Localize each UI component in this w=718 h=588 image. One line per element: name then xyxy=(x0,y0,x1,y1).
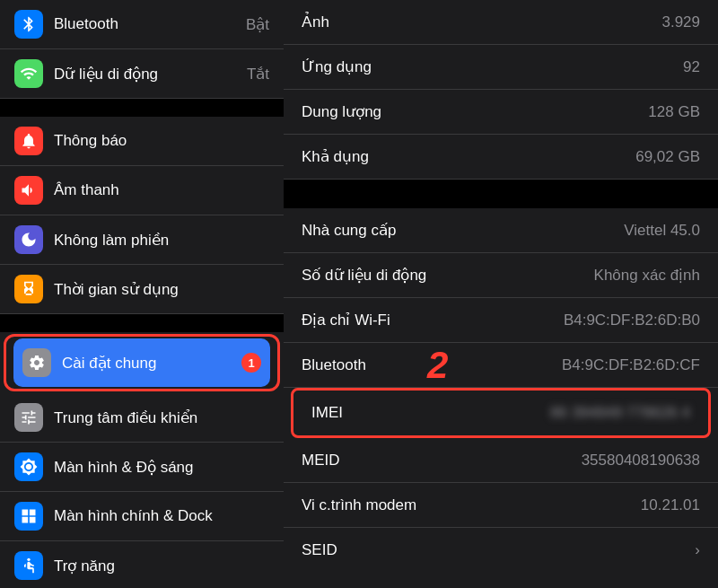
general-settings-outline: 1 Cài đặt chung 1 xyxy=(4,334,280,391)
sidebar-item-home-screen[interactable]: Màn hình chính & Dock xyxy=(0,492,284,541)
sidebar-item-sounds[interactable]: Âm thanh xyxy=(0,166,284,215)
modem-value: 10.21.01 xyxy=(641,496,700,514)
left-panel: Bluetooth Bật Dữ liệu di động Tắt Thông … xyxy=(0,0,284,588)
info-item-modem: Vi c.trình modem 10.21.01 xyxy=(284,483,718,528)
seid-chevron: › xyxy=(695,541,700,559)
sidebar-item-notifications[interactable]: Thông báo xyxy=(0,117,284,166)
sidebar-item-dnd[interactable]: Không làm phiền xyxy=(0,215,284,265)
svg-point-0 xyxy=(27,558,30,561)
info-item-apps: Ứng dụng 92 xyxy=(284,45,718,90)
mobile-data-value: Tắt xyxy=(247,65,269,83)
hourglass-icon xyxy=(14,275,43,303)
info-list: Ảnh 3.929 Ứng dụng 92 Dung lượng 128 GB … xyxy=(284,0,718,573)
photos-value: 3.929 xyxy=(661,13,700,31)
accessibility-icon xyxy=(14,551,43,580)
bluetooth-right-value: B4:9C:DF:B2:6D:CF xyxy=(562,356,700,374)
info-item-photos: Ảnh 3.929 xyxy=(284,0,718,45)
sidebar-item-screen-time[interactable]: Thời gian sử dụng xyxy=(0,265,284,314)
sliders-icon xyxy=(14,403,43,432)
carrier-label: Nhà cung cấp xyxy=(302,221,396,240)
imei-value: 86 394849 778626 4 xyxy=(550,404,690,422)
sound-icon xyxy=(14,176,43,205)
sidebar-item-accessibility[interactable]: Trợ năng xyxy=(0,541,284,588)
info-item-carrier: Nhà cung cấp Viettel 45.0 xyxy=(284,208,718,253)
bluetooth-value: Bật xyxy=(246,15,269,34)
general-badge: 1 xyxy=(241,353,261,373)
mobile-data-label: Dữ liệu di động xyxy=(54,65,247,83)
control-center-label: Trung tâm điều khiển xyxy=(54,408,269,427)
wifi-value: B4:9C:DF:B2:6D:B0 xyxy=(564,312,700,329)
meid-value: 35580408190638 xyxy=(582,452,700,470)
right-panel: Ảnh 3.929 Ứng dụng 92 Dung lượng 128 GB … xyxy=(284,0,718,588)
info-item-available: Khả dụng 69,02 GB xyxy=(284,135,718,180)
accessibility-label: Trợ năng xyxy=(54,557,269,575)
wifi-label: Địa chỉ Wi-Fi xyxy=(302,311,390,329)
seid-label: SEID xyxy=(302,541,337,559)
available-label: Khả dụng xyxy=(302,147,369,166)
step2-number: 2 xyxy=(427,344,448,387)
bluetooth-label: Bluetooth xyxy=(54,15,246,33)
moon-icon xyxy=(14,225,43,254)
info-item-wifi: Địa chỉ Wi-Fi B4:9C:DF:B2:6D:B0 xyxy=(284,298,718,343)
info-item-bluetooth: Bluetooth B4:9C:DF:B2:6D:CF 2 xyxy=(284,343,718,388)
sidebar-item-display[interactable]: Màn hình & Độ sáng xyxy=(0,443,284,492)
info-item-imei: IMEI 86 394849 778626 4 xyxy=(293,391,708,435)
brightness-icon xyxy=(14,452,43,481)
meid-label: MEID xyxy=(302,452,340,470)
capacity-label: Dung lượng xyxy=(302,102,381,121)
screen-time-label: Thời gian sử dụng xyxy=(54,280,269,299)
bluetooth-right-label: Bluetooth xyxy=(302,356,366,374)
info-item-data-number: Số dữ liệu di động Không xác định xyxy=(284,253,718,298)
data-number-value: Không xác định xyxy=(594,266,700,285)
capacity-value: 128 GB xyxy=(648,103,700,121)
info-item-capacity: Dung lượng 128 GB xyxy=(284,90,718,135)
dnd-label: Không làm phiền xyxy=(54,231,269,250)
notifications-label: Thông báo xyxy=(54,132,269,150)
apps-value: 92 xyxy=(683,58,700,76)
imei-outline: IMEI 86 394849 778626 4 xyxy=(291,388,711,438)
sidebar-item-general[interactable]: Cài đặt chung 1 xyxy=(13,338,270,387)
settings-list: Bluetooth Bật Dữ liệu di động Tắt Thông … xyxy=(0,0,284,588)
home-screen-label: Màn hình chính & Dock xyxy=(54,507,269,525)
bluetooth-icon xyxy=(14,10,43,39)
carrier-value: Viettel 45.0 xyxy=(624,222,700,240)
apps-label: Ứng dụng xyxy=(302,57,372,76)
display-label: Màn hình & Độ sáng xyxy=(54,458,269,477)
gear-icon xyxy=(22,348,51,377)
info-item-seid[interactable]: SEID › xyxy=(284,528,718,573)
data-number-label: Số dữ liệu di động xyxy=(302,266,426,285)
bell-icon xyxy=(14,127,43,155)
imei-label: IMEI xyxy=(311,404,343,422)
general-label: Cài đặt chung xyxy=(62,354,234,373)
available-value: 69,02 GB xyxy=(635,148,700,166)
signal-icon xyxy=(14,59,43,88)
grid-icon xyxy=(14,502,43,531)
photos-label: Ảnh xyxy=(302,13,329,31)
info-item-meid: MEID 35580408190638 xyxy=(284,438,718,483)
sounds-label: Âm thanh xyxy=(54,181,269,199)
sidebar-item-control-center[interactable]: Trung tâm điều khiển xyxy=(0,393,284,443)
modem-label: Vi c.trình modem xyxy=(302,496,416,514)
sidebar-item-mobile-data[interactable]: Dữ liệu di động Tắt xyxy=(0,49,284,99)
sidebar-item-bluetooth[interactable]: Bluetooth Bật xyxy=(0,0,284,49)
